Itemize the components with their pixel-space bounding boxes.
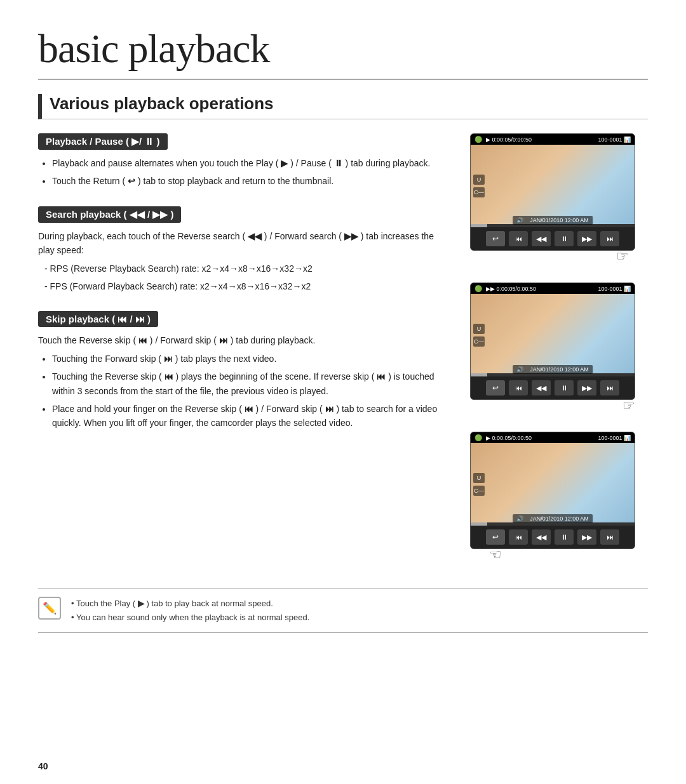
cam-side-icons-2: U C— — [473, 324, 485, 347]
playback-pause-list: Playback and pause alternates when you t… — [38, 156, 445, 189]
cam-btn-fwd-next-3[interactable]: ⏭ — [600, 529, 619, 545]
page-number: 40 — [38, 761, 48, 771]
cam-btn-fwd-next-2[interactable]: ⏭ — [600, 380, 619, 395]
cam-btn-rev-1[interactable]: ◀◀ — [532, 231, 551, 246]
cam-btn-rev-3[interactable]: ◀◀ — [532, 529, 551, 545]
bottom-note: ✏️ • Touch the Play ( ▶ ) tab to play ba… — [38, 588, 648, 633]
cam-btn-back-2[interactable]: ↩ — [486, 380, 505, 395]
cam-date-label-1: 🔊 JAN/01/2010 12:00 AM — [513, 216, 593, 225]
subsection-skip-playback: Skip playback ( ⏮ / ⏭ ) Touch the Revers… — [38, 311, 445, 430]
hand-2: ☞ — [470, 397, 648, 414]
cam-icon-c-3: C— — [473, 486, 485, 496]
list-item: Place and hold your finger on the Revers… — [52, 402, 445, 430]
cam-btn-rev-prev-3[interactable]: ⏮ — [509, 529, 528, 545]
cam-icon-c-2: C— — [473, 336, 485, 347]
subsection-title-search-playback: Search playback ( ◀◀ / ▶▶ ) — [38, 206, 181, 223]
hand-3: ☜ — [470, 547, 648, 563]
cam-counter-1: 100-0001 📊 — [598, 136, 631, 143]
cam-top-bar-2: 🟢 ▶▶ 0:00:05/0:00:50 100-0001 📊 — [471, 283, 635, 294]
cam-btn-rev-prev-1[interactable]: ⏮ — [509, 231, 528, 246]
subsection-title-playback-pause: Playback / Pause ( ▶/ ⏸ ) — [38, 133, 168, 150]
cam-date-label-2: 🔊 JAN/01/2010 12:00 AM — [513, 365, 593, 374]
cam-image-1: U C— 🔊 JAN/01/2010 12:00 AM — [471, 145, 635, 227]
cam-controls-3: ↩ ⏮ ◀◀ ⏸ ▶▶ ⏭ — [471, 526, 635, 548]
cam-btn-pause-1[interactable]: ⏸ — [555, 231, 574, 246]
left-column: Playback / Pause ( ▶/ ⏸ ) Playback and p… — [38, 133, 445, 448]
cam-counter-2: 100-0001 📊 — [598, 286, 631, 292]
cam-image-2: U C— 🔊 JAN/01/2010 12:00 AM — [471, 294, 635, 376]
cam-btn-pause-3[interactable]: ⏸ — [555, 529, 574, 545]
skip-playback-intro: Touch the Reverse skip ( ⏮ ) / Forward s… — [38, 333, 445, 347]
note-item-1: • Touch the Play ( ▶ ) tab to play back … — [71, 597, 309, 611]
cam-btn-fwd-3[interactable]: ▶▶ — [577, 529, 596, 545]
list-item: FPS (Forward Playback Search) rate: x2→x… — [44, 279, 445, 293]
cam-icon-usb-2: U — [473, 324, 485, 334]
screenshot-1: 🟢 ▶ 0:00:05/0:00:50 100-0001 📊 U C— 🔊 JA… — [470, 133, 648, 265]
cam-counter-3: 100-0001 📊 — [598, 435, 631, 441]
main-content: Playback / Pause ( ▶/ ⏸ ) Playback and p… — [38, 133, 648, 563]
cam-time-1: ▶ 0:00:05/0:00:50 — [486, 136, 532, 143]
screenshot-3: 🟢 ▶ 0:00:05/0:00:50 100-0001 📊 U C— 🔊 JA… — [470, 432, 648, 563]
page-title: basic playback — [38, 25, 648, 80]
screenshot-2: 🟢 ▶▶ 0:00:05/0:00:50 100-0001 📊 U C— 🔊 J… — [470, 282, 648, 414]
cam-btn-rev-prev-2[interactable]: ⏮ — [509, 380, 528, 395]
list-item: Touching the Forward skip ( ⏭ ) tab play… — [52, 352, 445, 366]
note-item-2: • You can hear sound only when the playb… — [71, 611, 309, 625]
cam-controls-2: ↩ ⏮ ◀◀ ⏸ ▶▶ ⏭ — [471, 376, 635, 399]
search-playback-dash-list: RPS (Reverse Playback Search) rate: x2→x… — [38, 262, 445, 294]
cam-side-icons-1: U C— — [473, 175, 485, 197]
list-item: Playback and pause alternates when you t… — [52, 156, 445, 170]
cam-btn-pause-2[interactable]: ⏸ — [555, 380, 574, 395]
cam-side-icons-3: U C— — [473, 473, 485, 496]
subsection-title-skip-playback: Skip playback ( ⏮ / ⏭ ) — [38, 311, 158, 327]
subsection-playback-pause: Playback / Pause ( ▶/ ⏸ ) Playback and p… — [38, 133, 445, 189]
cam-date-label-3: 🔊 JAN/01/2010 12:00 AM — [513, 514, 593, 523]
cam-controls-1: ↩ ⏮ ◀◀ ⏸ ▶▶ ⏭ — [471, 227, 635, 250]
cam-btn-back-3[interactable]: ↩ — [486, 529, 505, 545]
cam-image-3: U C— 🔊 JAN/01/2010 12:00 AM — [471, 443, 635, 526]
note-icon: ✏️ — [38, 597, 61, 620]
cam-icon-usb-3: U — [473, 473, 485, 483]
list-item: RPS (Reverse Playback Search) rate: x2→x… — [44, 262, 445, 276]
section-heading: Various playback operations — [38, 94, 648, 119]
cam-btn-rev-2[interactable]: ◀◀ — [532, 380, 551, 395]
right-column: 🟢 ▶ 0:00:05/0:00:50 100-0001 📊 U C— 🔊 JA… — [470, 133, 648, 563]
cam-btn-fwd-next-1[interactable]: ⏭ — [600, 231, 619, 246]
cam-time-2: ▶▶ 0:00:05/0:00:50 — [486, 286, 536, 292]
cam-btn-back-1[interactable]: ↩ — [486, 231, 505, 246]
cam-play-icon: 🟢 — [474, 136, 482, 143]
cam-play-icon-2: 🟢 — [474, 285, 482, 292]
hand-1: ☞ — [470, 248, 648, 265]
subsection-search-playback: Search playback ( ◀◀ / ▶▶ ) During playb… — [38, 206, 445, 294]
cam-btn-fwd-1[interactable]: ▶▶ — [577, 231, 596, 246]
cam-icon-usb: U — [473, 175, 485, 185]
cam-top-bar-1: 🟢 ▶ 0:00:05/0:00:50 100-0001 📊 — [471, 134, 635, 145]
skip-playback-list: Touching the Forward skip ( ⏭ ) tab play… — [38, 352, 445, 430]
search-playback-intro: During playback, each touch of the Rever… — [38, 229, 445, 258]
cam-btn-fwd-2[interactable]: ▶▶ — [577, 380, 596, 395]
list-item: Touch the Return ( ↩ ) tab to stop playb… — [52, 174, 445, 188]
cam-time-3: ▶ 0:00:05/0:00:50 — [486, 435, 532, 441]
cam-icon-c: C— — [473, 187, 485, 197]
note-content: • Touch the Play ( ▶ ) tab to play back … — [71, 597, 309, 625]
cam-top-bar-3: 🟢 ▶ 0:00:05/0:00:50 100-0001 📊 — [471, 432, 635, 443]
list-item: Touching the Reverse skip ( ⏮ ) plays th… — [52, 369, 445, 398]
cam-play-icon-3: 🟢 — [474, 434, 482, 441]
